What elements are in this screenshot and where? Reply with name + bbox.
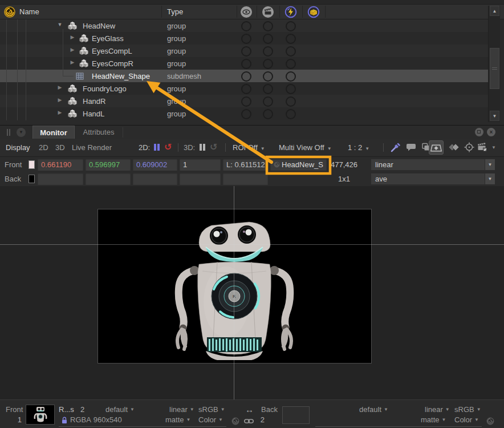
lightning-icon[interactable] [284, 6, 297, 18]
projection-button[interactable] [429, 140, 444, 155]
live-render-toggle[interactable] [286, 71, 296, 82]
front-channel-name[interactable]: R...s [59, 405, 74, 414]
visibility-toggle[interactable] [241, 34, 251, 44]
panel-menu-icon[interactable]: ▼ [17, 128, 26, 137]
collapse-arrow-icon[interactable]: ▶ [56, 110, 63, 115]
front-preset-dropdown[interactable]: default▼ [105, 405, 135, 414]
panel-grip[interactable] [9, 129, 10, 136]
close-panel-icon[interactable]: × [487, 128, 495, 136]
back-colorspace-dropdown[interactable]: linear▼ [425, 405, 450, 414]
pause-2d-icon[interactable] [154, 144, 160, 151]
tree-row-FoundryLogo[interactable]: ▶FoundryLogogroup [0, 82, 488, 95]
clapperboard-icon[interactable] [262, 6, 274, 18]
collapse-arrow-icon[interactable]: ▶ [56, 84, 63, 90]
visibility-toggle[interactable] [241, 109, 251, 119]
render-clapperboard-icon[interactable] [477, 142, 488, 153]
tab-attributes[interactable]: Attributes [75, 126, 123, 139]
chevron-down-icon: ▼ [218, 417, 223, 422]
tree-scrollbar[interactable]: ▲ ▼ [488, 6, 500, 122]
tree-row-EyesCompR[interactable]: ▶EyesCompRgroup [0, 57, 488, 70]
multi-view-dropdown[interactable]: Multi View Off▼ [279, 143, 332, 152]
rendered-image[interactable]: F. [97, 209, 372, 364]
visibility-toggle[interactable] [241, 96, 251, 107]
swap-front-back-icon[interactable]: ↔ [245, 405, 254, 414]
ratio-dropdown[interactable]: 1 : 2▼ [348, 143, 369, 152]
tree-row-EyeGlass[interactable]: ▶EyeGlassgroup [0, 32, 488, 45]
eye-icon[interactable] [240, 6, 253, 18]
collapse-arrow-icon[interactable]: ▶ [69, 47, 76, 53]
front-colorspace-dropdown[interactable]: linear▼ [371, 159, 495, 171]
visibility-toggle[interactable] [241, 21, 251, 31]
movie-toggle[interactable] [263, 71, 273, 82]
visibility-toggle[interactable] [241, 84, 251, 94]
front-display-dropdown[interactable]: sRGB▼ [198, 405, 225, 414]
live-render-toggle[interactable] [286, 59, 296, 69]
tree-column-header: Name Type [0, 5, 504, 19]
roi-dropdown[interactable]: ROI Off▼ [233, 143, 265, 152]
double-diamond-icon[interactable] [448, 142, 460, 153]
front-channel-thumbnail[interactable] [26, 405, 55, 425]
column-header-name[interactable]: Name [19, 7, 39, 16]
back-preset-dropdown[interactable]: default▼ [359, 405, 388, 414]
collapse-arrow-icon[interactable]: ▶ [69, 34, 76, 40]
live-render-toggle[interactable] [286, 46, 296, 56]
movie-toggle[interactable] [263, 109, 273, 119]
visibility-toggle[interactable] [241, 59, 251, 69]
tree-row-HandL[interactable]: ▶HandLgroup [0, 107, 488, 120]
movie-toggle[interactable] [263, 84, 273, 94]
movie-toggle[interactable] [263, 21, 273, 31]
back-label: Back [5, 175, 21, 183]
mari-swirl-icon [231, 417, 239, 425]
tree-guide-line [6, 19, 7, 120]
column-header-type[interactable]: Type [167, 7, 183, 16]
lock-icon[interactable] [62, 417, 67, 424]
scrollbar-thumb[interactable] [490, 48, 499, 89]
refresh-2d-icon[interactable]: ↺ [164, 142, 172, 152]
pause-3d-icon[interactable] [200, 144, 205, 151]
target-icon[interactable] [464, 142, 475, 153]
movie-toggle[interactable] [263, 46, 273, 56]
tab-monitor[interactable]: Monitor [32, 126, 75, 139]
eyedropper-icon[interactable] [390, 142, 401, 153]
scroll-up-icon[interactable]: ▲ [490, 6, 499, 16]
tree-row-HandR[interactable]: ▶HandRgroup [0, 95, 488, 107]
live-render-toggle[interactable] [286, 84, 296, 94]
collapse-arrow-icon[interactable]: ▶ [69, 59, 76, 65]
mode-3d-button[interactable]: 3D [55, 143, 65, 152]
live-render-toggle[interactable] [286, 21, 296, 31]
movie-toggle[interactable] [263, 59, 273, 69]
node-type: group [167, 110, 186, 118]
back-color-dropdown[interactable]: Color▼ [454, 415, 479, 424]
tree-row-EyesCompL[interactable]: ▶EyesCompLgroup [0, 45, 488, 57]
front-colorspace-dropdown[interactable]: linear▼ [169, 405, 194, 414]
sample-mode-dropdown[interactable]: ave▼ [371, 173, 495, 185]
back-channel-thumbnail[interactable] [282, 406, 310, 424]
box-icon[interactable] [307, 6, 320, 18]
pause-3d-label: 3D: [184, 143, 195, 152]
front-color-dropdown[interactable]: Color▼ [198, 415, 223, 424]
float-panel-icon[interactable] [475, 128, 483, 136]
movie-toggle[interactable] [263, 96, 273, 107]
mode-2d-button[interactable]: 2D [39, 143, 48, 152]
front-matte-dropdown[interactable]: matte▼ [165, 415, 190, 424]
tree-row-HeadNew[interactable]: ▼HeadNewgroup [0, 19, 488, 32]
panel-grip[interactable] [7, 129, 8, 136]
visibility-toggle[interactable] [241, 71, 251, 82]
monitor-viewport[interactable]: F. [0, 186, 504, 399]
movie-toggle[interactable] [263, 34, 273, 44]
visibility-toggle[interactable] [241, 46, 251, 56]
back-display-dropdown[interactable]: sRGB▼ [454, 405, 481, 414]
live-render-toggle[interactable] [286, 109, 296, 119]
chevron-down-icon[interactable]: ▼ [491, 145, 496, 150]
tree-row-HeadNew_Shape[interactable]: HeadNew_Shapesubdmesh [0, 70, 488, 82]
scroll-down-icon[interactable]: ▼ [490, 111, 499, 121]
refresh-3d-icon[interactable]: ↺ [210, 142, 217, 152]
live-render-button[interactable]: Live Render [72, 143, 112, 152]
expand-arrow-icon[interactable]: ▼ [56, 22, 63, 27]
link-channels-icon[interactable] [244, 418, 254, 424]
collapse-arrow-icon[interactable]: ▶ [56, 97, 63, 103]
live-render-toggle[interactable] [286, 96, 296, 107]
live-render-toggle[interactable] [286, 34, 296, 44]
back-matte-dropdown[interactable]: matte▼ [421, 415, 446, 424]
comment-bubble-icon[interactable] [406, 142, 417, 153]
